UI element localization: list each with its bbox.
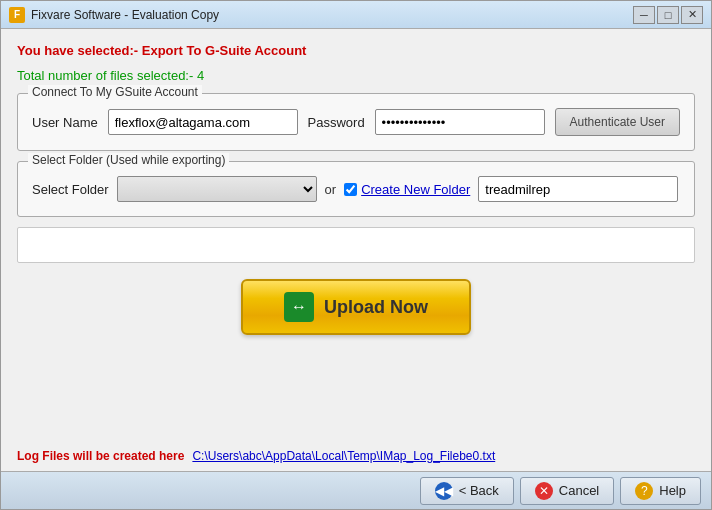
back-button[interactable]: ◀◀ < Back bbox=[420, 477, 514, 505]
log-label: Log Files will be created here bbox=[17, 449, 184, 463]
upload-button-label: Upload Now bbox=[324, 297, 428, 318]
upload-icon: ↔ bbox=[284, 292, 314, 322]
password-label: Password bbox=[308, 115, 365, 130]
help-label: Help bbox=[659, 483, 686, 498]
cancel-button[interactable]: ✕ Cancel bbox=[520, 477, 614, 505]
or-separator: or bbox=[325, 182, 337, 197]
upload-button-container: ↔ Upload Now bbox=[17, 279, 695, 335]
create-folder-checkbox[interactable] bbox=[344, 183, 357, 196]
folder-select[interactable] bbox=[117, 176, 317, 202]
username-input[interactable] bbox=[108, 109, 298, 135]
cancel-icon: ✕ bbox=[535, 482, 553, 500]
log-link[interactable]: C:\Users\abc\AppData\Local\Temp\IMap_Log… bbox=[192, 449, 495, 463]
selected-info: You have selected:- Export To G-Suite Ac… bbox=[17, 43, 695, 58]
create-folder-label[interactable]: Create New Folder bbox=[344, 182, 470, 197]
back-label: < Back bbox=[459, 483, 499, 498]
folder-select-wrapper bbox=[117, 176, 317, 202]
folder-name-input[interactable] bbox=[478, 176, 678, 202]
help-button[interactable]: ? Help bbox=[620, 477, 701, 505]
restore-button[interactable]: □ bbox=[657, 6, 679, 24]
password-input[interactable] bbox=[375, 109, 545, 135]
folder-group: Select Folder (Used while exporting) Sel… bbox=[17, 161, 695, 217]
window-controls: ─ □ ✕ bbox=[633, 6, 703, 24]
main-window: F Fixvare Software - Evaluation Copy ─ □… bbox=[0, 0, 712, 510]
app-icon: F bbox=[9, 7, 25, 23]
gsuite-group: Connect To My GSuite Account User Name P… bbox=[17, 93, 695, 151]
folder-row: Select Folder or Create New Folder bbox=[32, 176, 680, 202]
help-icon: ? bbox=[635, 482, 653, 500]
upload-now-button[interactable]: ↔ Upload Now bbox=[241, 279, 471, 335]
bottom-bar: ◀◀ < Back ✕ Cancel ? Help bbox=[1, 471, 711, 509]
username-label: User Name bbox=[32, 115, 98, 130]
progress-area bbox=[17, 227, 695, 263]
window-title: Fixvare Software - Evaluation Copy bbox=[31, 8, 633, 22]
file-count-info: Total number of files selected:- 4 bbox=[17, 68, 695, 83]
cancel-label: Cancel bbox=[559, 483, 599, 498]
authenticate-button[interactable]: Authenticate User bbox=[555, 108, 680, 136]
log-row: Log Files will be created here C:\Users\… bbox=[17, 445, 695, 463]
minimize-button[interactable]: ─ bbox=[633, 6, 655, 24]
gsuite-group-title: Connect To My GSuite Account bbox=[28, 85, 202, 99]
close-button[interactable]: ✕ bbox=[681, 6, 703, 24]
main-content: You have selected:- Export To G-Suite Ac… bbox=[1, 29, 711, 471]
select-folder-label: Select Folder bbox=[32, 182, 109, 197]
back-icon: ◀◀ bbox=[435, 482, 453, 500]
folder-group-title: Select Folder (Used while exporting) bbox=[28, 153, 229, 167]
title-bar: F Fixvare Software - Evaluation Copy ─ □… bbox=[1, 1, 711, 29]
credentials-row: User Name Password Authenticate User bbox=[32, 108, 680, 136]
